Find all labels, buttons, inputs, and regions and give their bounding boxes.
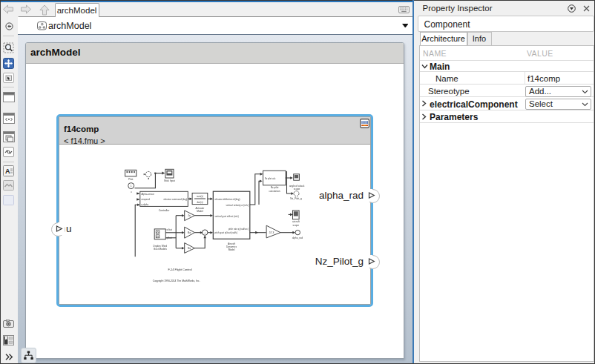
- svg-text:A: A: [5, 168, 10, 175]
